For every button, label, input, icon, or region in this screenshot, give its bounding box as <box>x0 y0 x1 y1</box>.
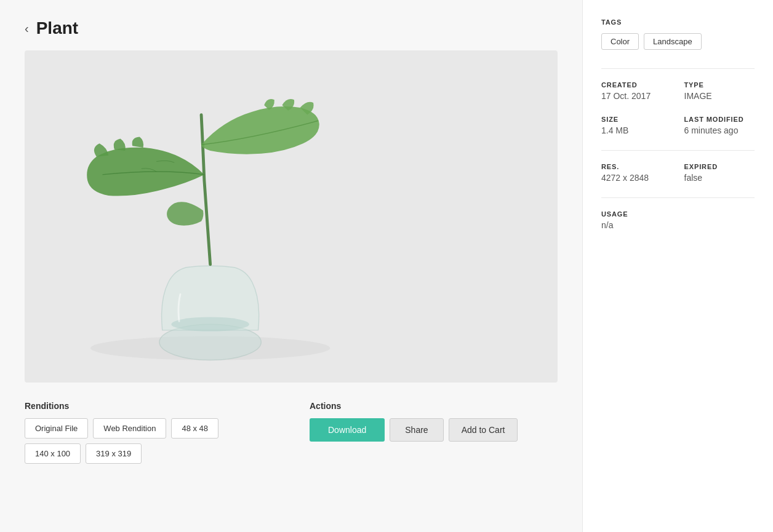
tag-landscape[interactable]: Landscape <box>644 33 702 50</box>
svg-point-3 <box>171 317 249 331</box>
back-nav: ‹ Plant <box>25 18 558 38</box>
created-value: 17 Oct. 2017 <box>601 91 672 101</box>
action-buttons: Download Share Add to Cart <box>310 418 558 442</box>
tags-title: TAGS <box>601 18 755 26</box>
page-title: Plant <box>36 18 78 38</box>
size-value: 1.4 MB <box>601 125 672 135</box>
meta-grid-2: RES. 4272 x 2848 EXPIRED false <box>601 163 755 183</box>
divider-3 <box>601 197 755 198</box>
meta-expired: EXPIRED false <box>684 163 755 183</box>
expired-value: false <box>684 173 755 183</box>
share-button[interactable]: Share <box>390 418 443 442</box>
type-value: IMAGE <box>684 91 755 101</box>
meta-grid: CREATED 17 Oct. 2017 TYPE IMAGE SIZE 1.4… <box>601 81 755 135</box>
sidebar: TAGS Color Landscape CREATED 17 Oct. 201… <box>582 0 773 532</box>
usage-label: USAGE <box>601 210 755 218</box>
tags-section: TAGS Color Landscape <box>601 18 755 50</box>
created-label: CREATED <box>601 81 672 89</box>
divider-1 <box>601 68 755 69</box>
plant-image <box>25 50 558 383</box>
actions-label: Actions <box>310 401 558 411</box>
download-button[interactable]: Download <box>310 418 385 442</box>
usage-value: n/a <box>601 220 755 230</box>
meta-type: TYPE IMAGE <box>684 81 755 101</box>
renditions-label: Renditions <box>25 401 273 411</box>
rendition-btn-140[interactable]: 140 x 100 <box>25 443 81 464</box>
usage-section: USAGE n/a <box>601 210 755 230</box>
rendition-btn-original[interactable]: Original File <box>25 418 88 439</box>
tag-color[interactable]: Color <box>601 33 639 50</box>
rendition-btn-web[interactable]: Web Rendition <box>93 418 166 439</box>
res-value: 4272 x 2848 <box>601 173 672 183</box>
rendition-btn-319[interactable]: 319 x 319 <box>86 443 142 464</box>
rendition-buttons-row1: Original File Web Rendition 48 x 48 <box>25 418 273 439</box>
back-arrow[interactable]: ‹ <box>25 22 29 36</box>
res-label: RES. <box>601 163 672 170</box>
meta-res: RES. 4272 x 2848 <box>601 163 672 183</box>
meta-usage: USAGE n/a <box>601 210 755 230</box>
renditions-section: Renditions Original File Web Rendition 4… <box>25 401 273 464</box>
type-label: TYPE <box>684 81 755 89</box>
page-layout: ‹ Plant <box>0 0 773 532</box>
last-modified-value: 6 minutes ago <box>684 125 755 135</box>
rendition-buttons-row2: 140 x 100 319 x 319 <box>25 443 273 464</box>
main-content: ‹ Plant <box>0 0 582 532</box>
image-container <box>25 50 558 383</box>
actions-section: Actions Download Share Add to Cart <box>310 401 558 442</box>
add-to-cart-button[interactable]: Add to Cart <box>449 418 518 442</box>
divider-2 <box>601 150 755 151</box>
rendition-btn-48[interactable]: 48 x 48 <box>171 418 218 439</box>
bottom-section: Renditions Original File Web Rendition 4… <box>25 401 558 464</box>
last-modified-label: LAST MODIFIED <box>684 116 755 123</box>
meta-created: CREATED 17 Oct. 2017 <box>601 81 672 101</box>
meta-last-modified: LAST MODIFIED 6 minutes ago <box>684 116 755 135</box>
size-label: SIZE <box>601 116 672 123</box>
expired-label: EXPIRED <box>684 163 755 170</box>
tags-list: Color Landscape <box>601 33 755 50</box>
meta-size: SIZE 1.4 MB <box>601 116 672 135</box>
